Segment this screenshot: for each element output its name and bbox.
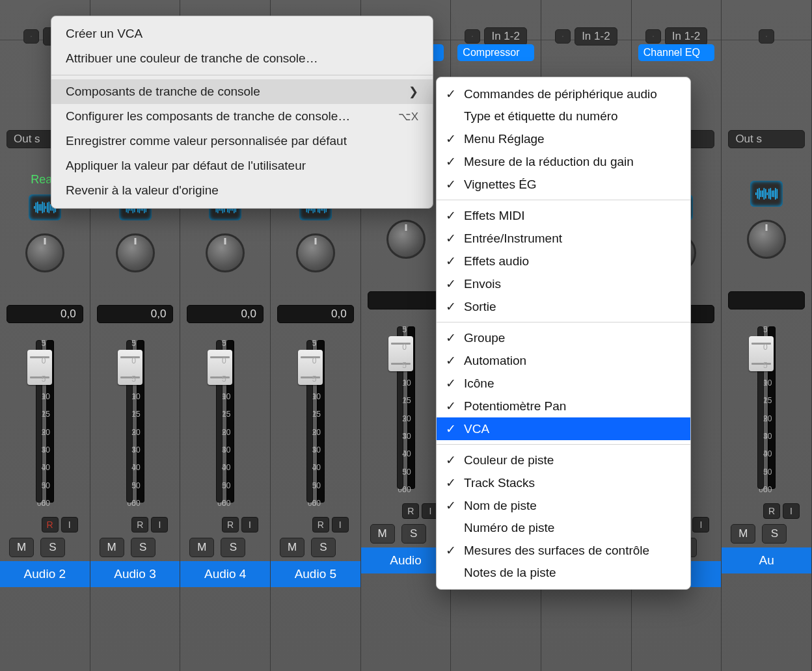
- mute-button[interactable]: M: [100, 538, 124, 557]
- submenu-item[interactable]: ✓Mesures des surfaces de contrôle: [437, 539, 690, 562]
- submenu-item[interactable]: ✓Commandes de périphérique audio: [437, 83, 690, 105]
- mute-button[interactable]: M: [280, 538, 304, 557]
- submenu-item[interactable]: ✓Sortie: [437, 295, 690, 318]
- volume-display[interactable]: 0,0: [97, 305, 174, 323]
- input-monitor-button[interactable]: I: [783, 503, 800, 519]
- solo-button[interactable]: S: [762, 524, 787, 544]
- pan-knob[interactable]: [206, 233, 245, 272]
- stereo-icon[interactable]: [23, 29, 39, 44]
- submenu-item[interactable]: ✓Vignettes ÉG: [437, 173, 690, 196]
- volume-display[interactable]: 0,0: [277, 305, 354, 323]
- record-enable-button[interactable]: R: [222, 517, 239, 533]
- submenu-item[interactable]: ✓Potentiomètre Pan: [437, 395, 690, 417]
- record-enable-button[interactable]: R: [312, 517, 329, 533]
- submenu-separator: [437, 444, 690, 445]
- stereo-icon[interactable]: [465, 29, 480, 44]
- submenu-item[interactable]: ✓Nom de piste: [437, 494, 690, 517]
- submenu-item[interactable]: Type et étiquette du numéro: [437, 105, 690, 127]
- insert-slot[interactable]: [728, 44, 805, 62]
- submenu-item[interactable]: ✓Couleur de piste: [437, 449, 690, 471]
- solo-button[interactable]: S: [40, 538, 65, 557]
- pan-knob[interactable]: [25, 233, 64, 272]
- solo-button[interactable]: S: [401, 524, 426, 544]
- input-monitor-button[interactable]: I: [151, 517, 168, 533]
- submenu-item[interactable]: ✓Groupe: [437, 326, 690, 349]
- menu-apply-default[interactable]: Appliquer la valeur par défaut de l'util…: [51, 153, 433, 178]
- menu-configure-components[interactable]: Configurer les composants de tranche de …: [51, 104, 433, 129]
- record-enable-button[interactable]: R: [42, 517, 59, 533]
- submenu-item[interactable]: ✓Effets MIDI: [437, 204, 690, 227]
- menu-create-vca[interactable]: Créer un VCA: [51, 21, 433, 46]
- submenu-item[interactable]: ✓Menu Réglage: [437, 127, 690, 150]
- checkmark-icon: ✓: [444, 453, 457, 467]
- submenu-item[interactable]: ✓Automation: [437, 349, 690, 372]
- submenu-item[interactable]: ✓Envois: [437, 272, 690, 295]
- submenu-item[interactable]: ✓Effets audio: [437, 250, 690, 272]
- stereo-icon[interactable]: [645, 29, 661, 44]
- pan-knob[interactable]: [116, 233, 155, 272]
- plugin-insert[interactable]: Channel EQ: [638, 44, 715, 61]
- mute-button[interactable]: M: [370, 524, 395, 544]
- submenu-label: Envois: [464, 277, 501, 291]
- volume-display[interactable]: [368, 291, 444, 309]
- pan-knob[interactable]: [386, 220, 426, 259]
- submenu-item[interactable]: Notes de la piste: [437, 562, 690, 584]
- insert-slot[interactable]: [548, 44, 625, 62]
- input-monitor-button[interactable]: I: [332, 517, 349, 533]
- menu-revert[interactable]: Revenir à la valeur d'origine: [51, 178, 433, 203]
- volume-display[interactable]: 0,0: [7, 305, 83, 323]
- track-name[interactable]: Audio 5: [271, 561, 360, 587]
- submenu-item[interactable]: ✓Icône: [437, 372, 690, 395]
- svg-rect-3: [35, 203, 36, 213]
- svg-point-128: [766, 36, 766, 36]
- record-enable-button[interactable]: R: [763, 503, 780, 519]
- plugin-insert[interactable]: Compressor: [457, 44, 534, 61]
- waveform-icon[interactable]: [750, 181, 783, 207]
- record-enable-button[interactable]: R: [131, 517, 148, 533]
- submenu-item[interactable]: Numéro de piste: [437, 517, 690, 539]
- input-monitor-button[interactable]: I: [61, 517, 78, 533]
- menu-save-default[interactable]: Enregistrer comme valeur personnalisée p…: [51, 129, 433, 153]
- track-name[interactable]: Au: [722, 547, 811, 573]
- mute-button[interactable]: M: [731, 524, 755, 544]
- submenu-item[interactable]: ✓VCA: [437, 417, 690, 440]
- volume-display[interactable]: 0,0: [187, 305, 264, 323]
- record-enable-button[interactable]: R: [402, 503, 419, 519]
- mute-button[interactable]: M: [189, 538, 214, 557]
- input-monitor-button[interactable]: I: [241, 517, 258, 533]
- submenu-item[interactable]: ✓Entrée/Instrument: [437, 227, 690, 250]
- checkmark-icon: ✓: [444, 231, 457, 246]
- input-selector[interactable]: In 1-2: [575, 27, 617, 46]
- record-input-row: R I: [722, 503, 800, 519]
- context-menu[interactable]: Créer un VCA Attribuer une couleur de tr…: [51, 16, 433, 209]
- menu-assign-color[interactable]: Attribuer une couleur de tranche de cons…: [51, 46, 433, 71]
- volume-display[interactable]: [728, 291, 805, 309]
- checkmark-icon: ✓: [444, 254, 457, 269]
- input-row: In 1-2: [632, 0, 722, 40]
- input-selector[interactable]: In 1-2: [484, 27, 526, 46]
- svg-rect-133: [761, 191, 762, 197]
- submenu-item[interactable]: ✓Mesure de la réduction du gain: [437, 150, 690, 173]
- submenu-item[interactable]: ✓Track Stacks: [437, 471, 690, 494]
- insert-slot[interactable]: Compressor: [457, 44, 534, 62]
- mute-button[interactable]: M: [9, 538, 34, 557]
- stereo-icon[interactable]: [555, 29, 571, 44]
- solo-button[interactable]: S: [131, 538, 156, 557]
- output-selector[interactable]: Out s: [728, 130, 805, 148]
- track-name[interactable]: Audio 3: [90, 561, 180, 587]
- track-name[interactable]: Audio 4: [180, 561, 270, 587]
- pan-knob[interactable]: [747, 220, 786, 259]
- input-selector[interactable]: In 1-2: [665, 27, 707, 46]
- solo-button[interactable]: S: [311, 538, 336, 557]
- submenu-label: Numéro de piste: [464, 521, 554, 535]
- stereo-icon[interactable]: [759, 29, 774, 44]
- solo-button[interactable]: S: [221, 538, 245, 557]
- svg-rect-8: [44, 203, 45, 213]
- insert-slot[interactable]: Channel EQ: [638, 44, 715, 62]
- input-monitor-button[interactable]: I: [692, 517, 709, 533]
- checkmark-icon: ✓: [444, 177, 457, 192]
- components-submenu[interactable]: ✓Commandes de périphérique audioType et …: [436, 77, 691, 590]
- pan-knob[interactable]: [296, 233, 335, 272]
- menu-components[interactable]: Composants de tranche de console ❯: [51, 79, 433, 104]
- track-name[interactable]: Audio 2: [0, 561, 90, 587]
